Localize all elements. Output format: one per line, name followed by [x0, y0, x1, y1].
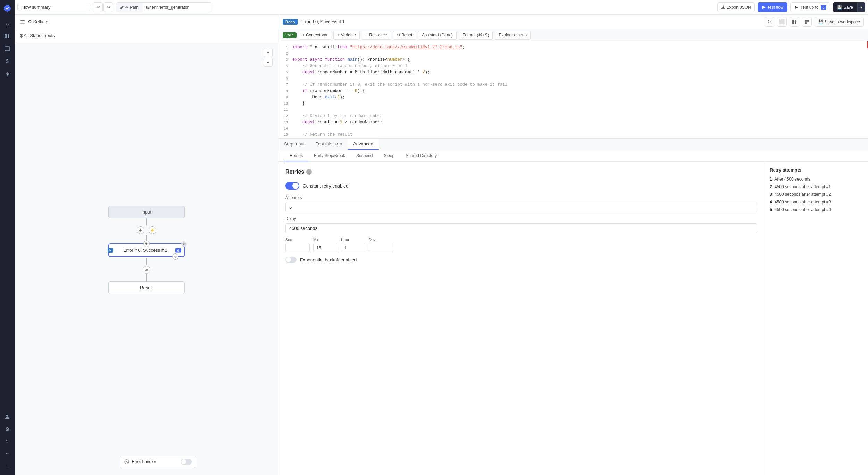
svg-marker-7 [762, 6, 766, 9]
node-refresh-button[interactable]: ↻ [172, 253, 178, 260]
expand-editor-button[interactable]: ⬜ [777, 17, 787, 27]
delay-input[interactable] [285, 223, 757, 233]
static-inputs-bar: $ All Static Inputs [15, 29, 278, 42]
retry-attempt-item: 3: 4500 seconds after attempt #2 [770, 191, 862, 198]
format-label: Format (⌘+S) [462, 33, 489, 38]
redo-button[interactable]: ↪ [103, 2, 113, 12]
bolt-icon[interactable]: ⚡ [149, 226, 156, 234]
subtab-early-stop[interactable]: Early Stop/Break [308, 150, 351, 161]
subtab-sleep[interactable]: Sleep [378, 150, 400, 161]
flow-title-input[interactable]: Flow summary [17, 3, 90, 11]
time-row: Sec Min Hour [285, 238, 757, 252]
subtab-shared-dir[interactable]: Shared Directory [400, 150, 442, 161]
day-input[interactable] [369, 243, 393, 252]
refresh-editor-button[interactable]: ↻ [765, 17, 774, 27]
sidebar-scripts-icon[interactable] [2, 43, 13, 54]
toggle-dot [181, 459, 186, 464]
code-line-5: 5 const randomNumber = Math.floor(Math.r… [278, 69, 868, 75]
path-group: ✏ Path [116, 2, 212, 12]
undo-button[interactable]: ↩ [93, 2, 103, 12]
assistant-button[interactable]: Assistant (Deno) [418, 31, 457, 40]
path-input[interactable] [142, 5, 212, 10]
test-flow-label: Test flow [767, 5, 784, 10]
exponential-toggle[interactable] [285, 257, 297, 263]
branch-icon[interactable]: ⊕ [137, 226, 144, 234]
resource-label: + Resource [366, 33, 387, 38]
sidebar-home-icon[interactable]: ⌂ [2, 18, 13, 29]
retries-info-icon[interactable]: i [306, 169, 312, 175]
node-close-button[interactable]: × [181, 241, 187, 247]
tab-advanced[interactable]: Advanced [348, 139, 379, 150]
add-step-button[interactable]: ⊕ [143, 266, 150, 274]
d-badge: d [175, 248, 181, 252]
svg-rect-5 [5, 47, 10, 51]
retry-items-list: 1: After 4500 seconds2: 4500 seconds aft… [770, 176, 862, 213]
export-json-button[interactable]: Export JSON [717, 2, 755, 12]
step-node-label: Error if 0, Success if 1 [123, 248, 167, 253]
save-workspace-button[interactable]: 💾 Save to workspace [815, 17, 864, 27]
flow-nodes: Input ⊕ ⚡ + × [108, 206, 185, 294]
resource-button[interactable]: + Resource [362, 31, 391, 40]
sidebar-resources-icon[interactable]: ◈ [2, 68, 13, 79]
sec-input[interactable] [285, 243, 310, 252]
svg-marker-8 [795, 6, 798, 9]
node-connector-4 [146, 274, 147, 281]
sidebar: ⌂ $ ◈ ⚙ ? → [0, 0, 15, 475]
step-node[interactable]: + × ts Error if 0, Success if 1 d ↻ [108, 243, 185, 257]
tab-step-input[interactable]: Step Input [278, 139, 310, 150]
zoom-in-button[interactable]: + [264, 48, 273, 57]
split-editor-button[interactable] [790, 17, 799, 27]
zoom-out-button[interactable]: − [264, 58, 273, 67]
format-button[interactable]: Format (⌘+S) [459, 31, 493, 40]
main-area: Flow summary ↩ ↪ ✏ Path Export JSON Test… [15, 0, 868, 475]
error-handler-left: Error handler [124, 459, 156, 464]
reset-button[interactable]: ↺ Reset [393, 31, 416, 40]
topbar: Flow summary ↩ ↪ ✏ Path Export JSON Test… [15, 0, 868, 15]
test-up-button[interactable]: Test up to d [790, 2, 830, 12]
tab-test-step[interactable]: Test this step [310, 139, 348, 150]
svg-point-6 [6, 415, 8, 417]
hour-input[interactable] [341, 243, 365, 252]
svg-rect-11 [20, 23, 25, 24]
save-dropdown-button[interactable]: ▾ [857, 2, 865, 12]
script-title: Error if 0, Success if 1 [301, 19, 762, 24]
node-connector-3 [146, 258, 147, 265]
sidebar-dollar-icon[interactable]: $ [2, 56, 13, 67]
svg-point-0 [4, 5, 11, 12]
action-row-1: ⊕ ⚡ [137, 225, 156, 235]
export-label: Export JSON [727, 5, 751, 10]
explore-button[interactable]: Explore other s [495, 31, 531, 40]
code-line-8: 8 if (randomNumber === 0) { [278, 88, 868, 94]
sidebar-users-icon[interactable] [2, 411, 13, 422]
canvas-controls: + − [264, 48, 273, 67]
code-editor[interactable]: 1 import * as wmill from "https://deno.l… [278, 41, 868, 139]
input-node-label: Input [141, 209, 151, 215]
retries-title: Retries i [285, 169, 757, 175]
min-input[interactable] [313, 243, 337, 252]
subtab-retries[interactable]: Retries [284, 150, 308, 161]
context-var-button[interactable]: + Context Var [299, 31, 332, 40]
sidebar-settings-icon[interactable]: ⚙ [2, 424, 13, 435]
code-line-4: 4 // Generate a random number, either 0 … [278, 63, 868, 69]
constant-retry-toggle-dot [292, 183, 299, 189]
sidebar-discord-icon[interactable] [2, 449, 13, 460]
ts-badge: ts [108, 248, 113, 253]
sidebar-expand-icon[interactable]: → [2, 461, 13, 472]
code-line-13: 13 const result = 1 / randomNumber; [278, 119, 868, 125]
constant-retry-toggle[interactable] [285, 182, 299, 190]
result-node[interactable]: Result [108, 281, 185, 294]
save-button[interactable]: 💾 Save [833, 2, 857, 12]
more-editor-button[interactable] [802, 17, 812, 27]
subtab-suspend[interactable]: Suspend [351, 150, 378, 161]
variable-button[interactable]: + Variable [333, 31, 359, 40]
test-flow-button[interactable]: Test flow [758, 2, 788, 12]
sidebar-flows-icon[interactable] [2, 31, 13, 42]
test-up-label: Test up to [800, 5, 818, 10]
sidebar-help-icon[interactable]: ? [2, 436, 13, 447]
error-handler-toggle[interactable] [181, 459, 192, 465]
node-add-button[interactable]: + [143, 241, 150, 247]
input-node[interactable]: Input [108, 206, 185, 218]
error-handler-node[interactable]: Error handler [120, 456, 196, 468]
attempts-input[interactable] [285, 202, 757, 212]
flow-canvas[interactable]: + − Input ⊕ ⚡ [15, 42, 278, 475]
